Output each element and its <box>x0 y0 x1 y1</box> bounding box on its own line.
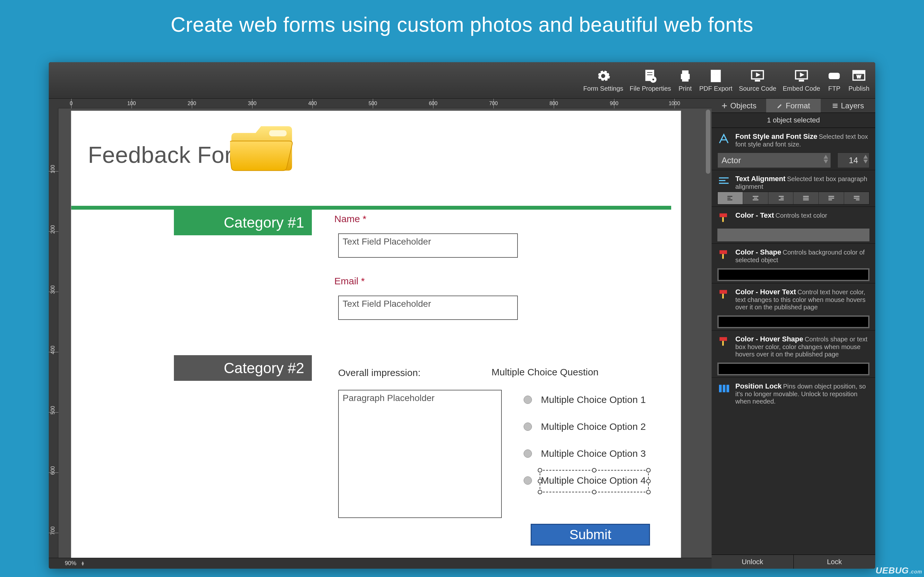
svg-rect-29 <box>727 198 730 198</box>
align-center-button[interactable] <box>743 192 768 204</box>
embed-code-button[interactable]: Embed Code <box>783 68 821 92</box>
category-tab-1[interactable]: Category #1 <box>174 210 312 235</box>
canvas-scrollbar[interactable] <box>705 108 712 558</box>
tab-format[interactable]: Format <box>766 99 821 113</box>
svg-rect-26 <box>719 180 725 181</box>
panel-color-hover-shape: Color - Hover Shape Controls shape or te… <box>712 330 875 378</box>
svg-rect-34 <box>779 196 783 197</box>
tab-objects[interactable]: Objects <box>712 99 766 113</box>
print-button[interactable]: Print <box>678 68 693 92</box>
font-family-select[interactable]: Actor <box>717 153 831 168</box>
svg-text:FTP: FTP <box>831 74 838 78</box>
source-code-button[interactable]: Source Code <box>739 68 776 92</box>
form-settings-button[interactable]: Form Settings <box>583 68 623 92</box>
zoom-value[interactable]: 90% <box>65 560 76 567</box>
paint-roller-icon <box>717 211 730 224</box>
svg-rect-27 <box>719 183 729 184</box>
radio-option-2[interactable]: Multiple Choice Option 2 <box>523 421 646 432</box>
svg-text:PDF: PDF <box>712 72 720 77</box>
inspector-panel: Objects Format Layers 1 object selected … <box>712 99 875 569</box>
align-right-button[interactable] <box>768 192 794 204</box>
status-bar: 90% ▲▼ <box>49 558 712 569</box>
email-input[interactable]: Text Field Placeholder <box>338 295 518 320</box>
top-toolbar: Form Settings File Properties Print PDF … <box>49 62 875 99</box>
canvas[interactable]: Feedback Form Category #1 Cate <box>58 108 712 558</box>
svg-rect-25 <box>719 177 729 178</box>
position-lock-icon <box>717 382 730 395</box>
publish-button[interactable]: W Publish <box>848 68 869 92</box>
svg-rect-37 <box>803 196 809 197</box>
submit-button[interactable]: Submit <box>531 524 650 546</box>
svg-marker-11 <box>756 73 760 77</box>
toolbar-label: Form Settings <box>583 85 623 92</box>
svg-rect-33 <box>753 199 758 200</box>
svg-rect-31 <box>753 196 758 197</box>
align-left-button[interactable] <box>718 192 743 204</box>
font-size-value: 14 <box>849 155 858 165</box>
gear-icon <box>596 68 611 84</box>
panel-title: Text Alignment <box>735 175 785 183</box>
radio-option-3[interactable]: Multiple Choice Option 3 <box>523 448 646 459</box>
radio-label: Multiple Choice Option 2 <box>541 421 646 432</box>
svg-rect-44 <box>854 198 859 198</box>
ftp-button[interactable]: FTP FTP <box>827 68 842 92</box>
toolbar-label: Publish <box>848 85 869 92</box>
svg-rect-30 <box>727 199 732 200</box>
panel-title: Color - Text <box>735 211 774 219</box>
svg-rect-6 <box>682 71 688 74</box>
svg-rect-23 <box>833 105 837 106</box>
font-size-stepper[interactable]: 14 <box>837 153 869 168</box>
placeholder-text: Paragraph Placeholder <box>339 390 501 406</box>
scrollbar-thumb[interactable] <box>706 110 710 174</box>
category-tab-2[interactable]: Category #2 <box>174 355 312 381</box>
ruler-horizontal: 01002003004005006007008009001000 <box>58 99 712 108</box>
toolbar-label: Print <box>678 85 692 92</box>
panel-title: Color - Hover Shape <box>735 335 803 343</box>
svg-rect-32 <box>754 198 757 198</box>
font-icon <box>717 132 730 145</box>
align-justify-left-button[interactable] <box>819 192 844 204</box>
align-icon <box>717 175 730 187</box>
tab-layers[interactable]: Layers <box>821 99 875 113</box>
color-text-swatch[interactable] <box>717 229 869 242</box>
color-hover-text-swatch[interactable] <box>717 316 869 328</box>
paint-roller-icon <box>717 248 730 261</box>
paint-roller-icon <box>717 288 730 301</box>
tab-label: Layers <box>841 101 864 110</box>
unlock-button[interactable]: Unlock <box>712 555 794 569</box>
svg-rect-54 <box>719 385 722 392</box>
file-properties-button[interactable]: File Properties <box>630 68 671 92</box>
svg-rect-46 <box>720 213 727 218</box>
color-shape-swatch[interactable] <box>717 268 869 281</box>
name-input[interactable]: Text Field Placeholder <box>338 234 518 258</box>
svg-rect-50 <box>720 290 727 294</box>
layers-icon <box>832 103 838 109</box>
ruler-corner <box>49 99 58 108</box>
svg-rect-38 <box>803 198 809 198</box>
alignment-group <box>717 192 869 205</box>
panel-font: Font Style and Font Size Selected text b… <box>712 128 875 170</box>
pencil-icon <box>777 103 783 109</box>
pdf-export-button[interactable]: PDF PDF Export <box>699 68 732 92</box>
selection-box[interactable] <box>540 470 649 492</box>
align-justify-right-button[interactable] <box>844 192 869 204</box>
panel-color-shape: Color - Shape Controls background color … <box>712 243 875 284</box>
tab-label: Objects <box>730 101 756 110</box>
svg-rect-39 <box>803 199 809 200</box>
align-justify-button[interactable] <box>793 192 819 204</box>
svg-rect-51 <box>722 293 724 298</box>
radio-option-1[interactable]: Multiple Choice Option 1 <box>523 394 646 405</box>
file-gear-icon <box>643 68 658 84</box>
form-title: Feedback Form <box>88 142 252 168</box>
panel-title: Position Lock <box>735 382 782 390</box>
pdf-icon: PDF <box>708 68 724 84</box>
page[interactable]: Feedback Form Category #1 Cate <box>71 111 681 558</box>
color-hover-shape-swatch[interactable] <box>717 363 869 376</box>
svg-rect-12 <box>755 80 760 81</box>
divider-line <box>71 206 671 210</box>
chevron-updown-icon <box>824 155 828 163</box>
zoom-stepper-icon[interactable]: ▲▼ <box>81 561 85 566</box>
lock-button[interactable]: Lock <box>794 555 876 569</box>
paragraph-input[interactable]: Paragraph Placeholder <box>338 390 502 518</box>
svg-rect-45 <box>856 199 859 200</box>
